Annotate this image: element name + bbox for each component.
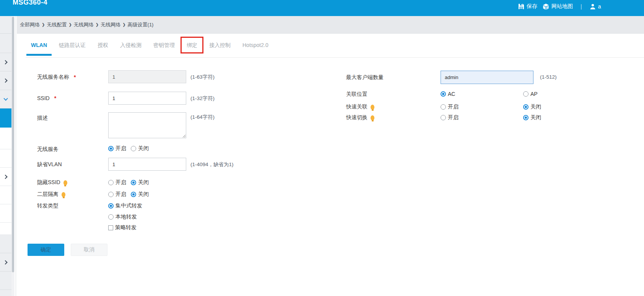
radio-unchecked-icon [523,91,529,97]
top-bar: MSG360-4 保存 网站地图 | a [0,0,644,16]
breadcrumb-separator-icon: ❯ [42,23,45,27]
cancel-button[interactable]: 取消 [71,244,107,256]
fast-assoc-on: 开启 [441,104,459,110]
radio-checked-icon [131,180,136,185]
assoc-position-ac: AC [441,91,455,97]
required-marker: * [74,74,76,80]
description-label: 描述 [37,115,48,121]
description-textarea[interactable] [108,112,186,138]
sidebar-expanded-item[interactable] [0,90,11,108]
tab-wlan[interactable]: WLAN [31,42,47,49]
wireless-service-radio-group: 开启 关闭 [108,145,149,152]
radio-checked-icon [523,115,529,120]
app-window: MSG360-4 保存 网站地图 | a [0,0,644,296]
sitemap-button[interactable]: 网站地图 [543,3,573,10]
radio-off[interactable]: 关闭 [131,191,149,198]
radio-ac[interactable]: AC [441,91,455,97]
description-hint: (1-64字符) [190,114,215,121]
radio-checked-icon [131,192,136,197]
radio-on[interactable]: 开启 [441,104,459,110]
radio-checked-icon [108,146,114,151]
user-icon [590,3,596,10]
breadcrumb-separator-icon: ❯ [122,23,125,27]
sidebar-scrollbar[interactable] [11,16,15,296]
sidebar-cell[interactable] [0,235,11,253]
sidebar-expand-item[interactable] [0,253,11,272]
sidebar-cell[interactable] [0,34,11,53]
radio-on[interactable]: 开启 [441,114,459,121]
tip-bulb-icon[interactable] [371,115,374,120]
hidden-ssid-label: 隐藏SSID [37,179,67,186]
breadcrumb-item[interactable]: 无线配置 [47,21,67,28]
radio-ap[interactable]: AP [523,91,538,97]
chevron-right-icon [3,260,7,264]
app-title: MSG360-4 [13,0,47,6]
user-label: a [598,3,601,10]
radio-local-forwarding[interactable]: 本地转发 [108,214,137,220]
tab-binding[interactable]: 绑定 [187,42,197,49]
breadcrumb-item[interactable]: 高级设置(1) [128,21,154,28]
tab-hotspot20[interactable]: Hotspot2.0 [242,42,268,49]
radio-unchecked-icon [108,192,114,197]
save-button[interactable]: 保存 [518,3,537,10]
default-vlan-input[interactable] [108,158,186,171]
ssid-hint: (1-32字符) [190,95,215,102]
radio-on[interactable]: 开启 [108,191,126,198]
sidebar-expand-item[interactable] [0,71,11,90]
top-divider: | [578,3,584,10]
sitemap-label: 网站地图 [551,3,573,10]
tab-bar: WLAN 链路层认证 授权 入侵检测 密钥管理 绑定 接入控制 Hotspot2… [31,42,268,49]
ssid-input[interactable] [108,92,186,105]
radio-off[interactable]: 关闭 [131,145,149,152]
tip-bulb-icon[interactable] [63,180,67,185]
ok-button[interactable]: 确定 [28,244,64,256]
save-icon [518,3,524,10]
tip-bulb-icon[interactable] [62,192,65,197]
radio-off[interactable]: 关闭 [523,114,541,121]
max-clients-hint: (1-512) [540,74,557,80]
tab-authorization[interactable]: 授权 [98,42,108,49]
max-clients-label: 最大客户端数量 [346,74,384,81]
sidebar-cell[interactable] [0,272,11,290]
top-actions: 保存 网站地图 | a [518,3,601,10]
tip-bulb-icon[interactable] [371,105,374,110]
scrollbar-thumb[interactable] [12,17,14,272]
radio-off[interactable]: 关闭 [131,179,149,186]
wireless-service-label: 无线服务 [37,146,59,153]
breadcrumb-item[interactable]: 全部网络 [20,21,40,28]
sidebar-active-item[interactable] [0,108,11,128]
breadcrumb-item[interactable]: 无线网络 [101,21,120,28]
sidebar-expand-item[interactable] [0,53,11,71]
max-clients-input[interactable] [441,71,533,84]
sidebar-cell[interactable] [0,186,11,204]
checkbox-policy-forwarding[interactable]: 策略转发 [108,224,137,231]
tab-intrusion-detection[interactable]: 入侵检测 [120,42,141,49]
radio-on[interactable]: 开启 [108,145,126,152]
sidebar-cell[interactable] [0,223,11,235]
radio-off[interactable]: 关闭 [523,104,541,110]
sidebar-expand-item[interactable] [0,168,11,186]
sidebar-cell[interactable] [0,204,11,223]
forward-policy-row: 策略转发 [108,224,137,231]
radio-centralized-forwarding[interactable]: 集中式转发 [108,202,142,209]
user-menu[interactable]: a [590,3,601,10]
fast-switch-on: 开启 [441,114,459,121]
breadcrumb-separator-icon: ❯ [68,23,72,27]
sidebar-cell[interactable] [0,128,11,149]
radio-unchecked-icon [441,115,446,120]
sidebar-cell[interactable] [0,290,11,296]
fast-switch-off: 关闭 [523,114,541,121]
checkbox-unchecked-icon [108,225,113,230]
radio-on[interactable]: 开启 [108,179,126,186]
assoc-position-ap: AP [523,91,538,97]
hidden-ssid-radio-group: 开启 关闭 [108,179,149,186]
tab-link-layer-auth[interactable]: 链路层认证 [59,42,86,49]
service-name-input[interactable] [108,70,186,83]
tab-access-control[interactable]: 接入控制 [209,42,231,49]
breadcrumb-item[interactable]: 无线网络 [74,21,94,28]
sidebar-cell[interactable] [0,16,11,34]
radio-checked-icon [441,91,446,97]
forward-centralized-row: 集中式转发 [108,202,142,209]
sidebar-cell[interactable] [0,149,11,168]
tab-key-management[interactable]: 密钥管理 [153,42,175,49]
